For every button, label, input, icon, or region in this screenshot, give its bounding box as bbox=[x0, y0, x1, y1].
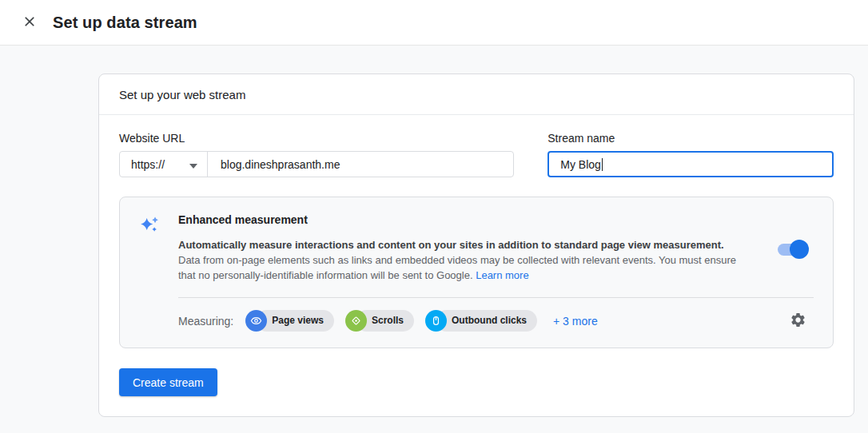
website-url-field: Website URL https:// blog.dineshprasanth… bbox=[119, 132, 514, 177]
stream-form: Website URL https:// blog.dineshprasanth… bbox=[119, 132, 834, 177]
mouse-icon bbox=[425, 310, 447, 332]
measuring-row: Measuring: Page views bbox=[178, 310, 814, 332]
more-measurements-link[interactable]: + 3 more bbox=[553, 315, 598, 328]
stream-name-field: Stream name My Blog bbox=[547, 132, 834, 177]
web-stream-card: Set up your web stream Website URL https… bbox=[98, 73, 854, 417]
page-title: Set up data stream bbox=[53, 14, 197, 32]
card-title: Set up your web stream bbox=[99, 74, 854, 115]
learn-more-link[interactable]: Learn more bbox=[476, 269, 528, 281]
measurement-settings-button[interactable] bbox=[788, 312, 807, 331]
close-button[interactable] bbox=[20, 13, 39, 32]
chip-page-views[interactable]: Page views bbox=[245, 310, 334, 332]
toggle-knob bbox=[790, 240, 809, 259]
sparkle-icon bbox=[139, 213, 178, 332]
website-url-input[interactable]: https:// blog.dineshprasanth.me bbox=[119, 151, 514, 177]
protocol-value: https:// bbox=[131, 158, 165, 171]
description-line1: Automatically measure interactions and c… bbox=[178, 237, 746, 252]
enhanced-measurement-toggle[interactable] bbox=[778, 244, 806, 256]
stream-name-label: Stream name bbox=[547, 132, 834, 145]
stream-name-value: My Blog bbox=[560, 158, 601, 171]
website-url-value[interactable]: blog.dineshprasanth.me bbox=[208, 152, 513, 177]
close-icon bbox=[22, 14, 38, 32]
chip-outbound-clicks[interactable]: Outbound clicks bbox=[425, 310, 537, 332]
text-cursor bbox=[602, 158, 603, 171]
website-url-label: Website URL bbox=[119, 132, 514, 145]
chip-label: Page views bbox=[256, 310, 334, 332]
enhanced-measurement-content: Enhanced measurement Automatically measu… bbox=[178, 213, 814, 332]
gear-icon bbox=[790, 312, 806, 331]
card-body: Website URL https:// blog.dineshprasanth… bbox=[99, 115, 854, 416]
description-rest: Data from on-page elements such as links… bbox=[178, 254, 736, 281]
stream-name-input[interactable]: My Blog bbox=[547, 151, 834, 177]
enhanced-measurement-panel: Enhanced measurement Automatically measu… bbox=[119, 197, 834, 348]
divider bbox=[178, 297, 814, 298]
chevron-down-icon bbox=[189, 158, 197, 171]
enhanced-measurement-title: Enhanced measurement bbox=[178, 213, 814, 226]
enhanced-measurement-description: Automatically measure interactions and c… bbox=[178, 237, 746, 283]
dialog-header: Set up data stream bbox=[0, 0, 868, 46]
chip-label: Outbound clicks bbox=[436, 310, 537, 332]
measuring-label: Measuring: bbox=[178, 315, 233, 328]
scroll-icon bbox=[345, 310, 367, 332]
create-stream-button[interactable]: Create stream bbox=[119, 368, 217, 396]
protocol-dropdown[interactable]: https:// bbox=[120, 152, 208, 177]
chip-scrolls[interactable]: Scrolls bbox=[345, 310, 414, 332]
